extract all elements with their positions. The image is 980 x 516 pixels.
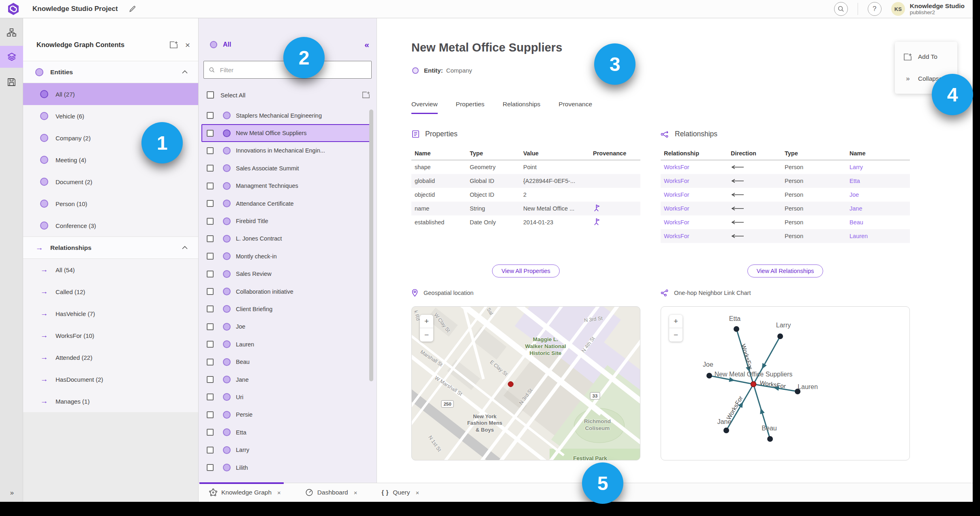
search-button[interactable] <box>834 2 848 16</box>
relationship-link[interactable]: WorksFor <box>661 219 728 226</box>
tab-relationships[interactable]: Relationships <box>503 101 540 114</box>
collapse-panel-button[interactable]: « <box>364 40 369 49</box>
sidebar-item-person-10-[interactable]: Person (10) <box>23 193 198 215</box>
zoom-out-button[interactable]: − <box>669 328 683 342</box>
sidebar-item-called-12-[interactable]: →Called (12) <box>23 281 198 303</box>
relationships-group-header[interactable]: → Relationships <box>23 236 198 259</box>
bottom-tab-query[interactable]: { }Query× <box>381 489 419 496</box>
item-checkbox[interactable] <box>207 165 214 172</box>
expand-rail-button[interactable]: » <box>0 489 23 497</box>
list-item-jane[interactable]: Jane <box>199 371 377 388</box>
item-checkbox[interactable] <box>207 359 214 366</box>
item-checkbox[interactable] <box>207 271 214 277</box>
graph-node-beau[interactable] <box>767 436 773 442</box>
relationship-link[interactable]: WorksFor <box>661 233 728 239</box>
close-tab-icon[interactable]: × <box>354 489 357 496</box>
entity-name-link[interactable]: Joe <box>846 191 910 198</box>
close-panel-button[interactable]: × <box>185 40 190 50</box>
tab-properties[interactable]: Properties <box>456 101 485 114</box>
tab-overview[interactable]: Overview <box>411 101 438 114</box>
avatar[interactable]: KS <box>891 2 905 16</box>
app-logo-icon[interactable] <box>7 2 19 15</box>
zoom-out-button[interactable]: − <box>420 328 433 342</box>
list-item-innovations-in-mechanical-engin-[interactable]: Innovations in Mechanical Engin... <box>199 142 377 159</box>
item-checkbox[interactable] <box>207 376 214 383</box>
entity-name-link[interactable]: Larry <box>846 164 910 170</box>
entity-name-link[interactable]: Beau <box>846 219 910 226</box>
sidebar-item-all-27-[interactable]: All (27) <box>23 83 198 105</box>
relationship-link[interactable]: WorksFor <box>661 205 728 212</box>
graph-node-jane[interactable] <box>723 428 729 433</box>
item-checkbox[interactable] <box>207 183 214 189</box>
graph-node-etta[interactable] <box>734 326 739 332</box>
zoom-in-button[interactable]: + <box>669 315 683 328</box>
zoom-in-button[interactable]: + <box>420 315 433 328</box>
graph-node-larry[interactable] <box>777 333 783 339</box>
user-info[interactable]: Knowledge Studio publisher2 <box>910 2 965 15</box>
list-item-firebird-title[interactable]: Firebird Title <box>199 212 377 230</box>
view-all-properties-button[interactable]: View All Properties <box>492 264 560 277</box>
item-checkbox[interactable] <box>207 200 214 207</box>
list-item-sales-review[interactable]: Sales Review <box>199 265 377 283</box>
item-checkbox[interactable] <box>207 447 214 454</box>
relationship-link[interactable]: WorksFor <box>661 164 728 170</box>
graph-node-center[interactable] <box>751 382 756 387</box>
data-model-button[interactable] <box>0 22 23 43</box>
sidebar-item-manages-1-[interactable]: →Manages (1) <box>23 390 198 412</box>
list-item-client-briefing[interactable]: Client Briefing <box>199 300 377 318</box>
list-item-staplers-mechanical-engineering[interactable]: Staplers Mechanical Engineering <box>199 107 377 124</box>
list-item-managment-techniques[interactable]: Managment Techniques <box>199 177 377 195</box>
item-checkbox[interactable] <box>207 147 214 154</box>
view-all-relationships-button[interactable]: View All Relationships <box>747 264 824 277</box>
item-checkbox[interactable] <box>207 253 214 260</box>
sidebar-item-document-2-[interactable]: Document (2) <box>23 171 198 193</box>
sidebar-item-worksfor-10-[interactable]: →WorksFor (10) <box>23 325 198 346</box>
list-item-collaboration-initiative[interactable]: Collaboration initiative <box>199 283 377 300</box>
list-item-new-metal-office-suppliers[interactable]: New Metal Office Suppliers <box>201 124 371 142</box>
item-checkbox[interactable] <box>207 323 214 330</box>
entity-name-link[interactable]: Etta <box>846 178 910 184</box>
list-item-l-jones-contract[interactable]: L. Jones Contract <box>199 230 377 247</box>
entity-name-link[interactable]: Lauren <box>846 233 910 239</box>
list-item-persie[interactable]: Persie <box>199 406 377 424</box>
sidebar-item-conference-3-[interactable]: Conference (3) <box>23 215 198 236</box>
close-tab-icon[interactable]: × <box>277 489 281 496</box>
add-to-icon[interactable] <box>362 91 370 99</box>
list-item-joe[interactable]: Joe <box>199 318 377 335</box>
item-checkbox[interactable] <box>207 411 214 418</box>
sidebar-item-all-54-[interactable]: →All (54) <box>23 259 198 281</box>
cell-provenance[interactable] <box>590 204 640 213</box>
item-checkbox[interactable] <box>207 393 214 400</box>
item-checkbox[interactable] <box>207 218 214 225</box>
relationship-link[interactable]: WorksFor <box>661 191 728 198</box>
menu-item-add-to[interactable]: Add To <box>895 46 957 68</box>
scrollbar-thumb[interactable] <box>369 110 373 381</box>
list-item-montly-check-in[interactable]: Montly check-in <box>199 247 377 265</box>
sidebar-item-vehicle-6-[interactable]: Vehicle (6) <box>23 105 198 127</box>
link-chart[interactable]: WorksForEttaLarryJoeWorksForLaurenWorksF… <box>661 306 910 460</box>
contents-button[interactable] <box>0 46 23 68</box>
item-checkbox[interactable] <box>207 112 214 119</box>
close-tab-icon[interactable]: × <box>415 489 419 496</box>
list-item-uri[interactable]: Uri <box>199 388 377 406</box>
cell-provenance[interactable] <box>590 218 640 227</box>
item-checkbox[interactable] <box>207 464 214 471</box>
edit-title-button[interactable] <box>128 5 137 13</box>
item-checkbox[interactable] <box>207 429 214 436</box>
entity-name-link[interactable]: Jane <box>846 205 910 212</box>
list-item-beau[interactable]: Beau <box>199 353 377 370</box>
sidebar-item-hasvehicle-7-[interactable]: →HasVehicle (7) <box>23 303 198 325</box>
geospatial-map[interactable]: k RdW Clay StSalN 3rd StMaggie L. Walker… <box>411 306 640 460</box>
bottom-tab-knowledge-graph[interactable]: Knowledge Graph× <box>209 488 281 497</box>
list-item-lilith[interactable]: Lilith <box>199 459 377 476</box>
add-to-new-view-button[interactable] <box>169 41 178 49</box>
item-checkbox[interactable] <box>207 288 214 295</box>
list-item-larry[interactable]: Larry <box>199 441 377 458</box>
tab-provenance[interactable]: Provenance <box>558 101 592 114</box>
list-item-etta[interactable]: Etta <box>199 424 377 441</box>
list-item-sales-associate-summit[interactable]: Sales Associate Summit <box>199 159 377 177</box>
save-button[interactable] <box>0 71 23 93</box>
item-checkbox[interactable] <box>207 305 214 312</box>
item-checkbox[interactable] <box>207 341 214 348</box>
sidebar-item-attended-22-[interactable]: →Attended (22) <box>23 346 198 368</box>
